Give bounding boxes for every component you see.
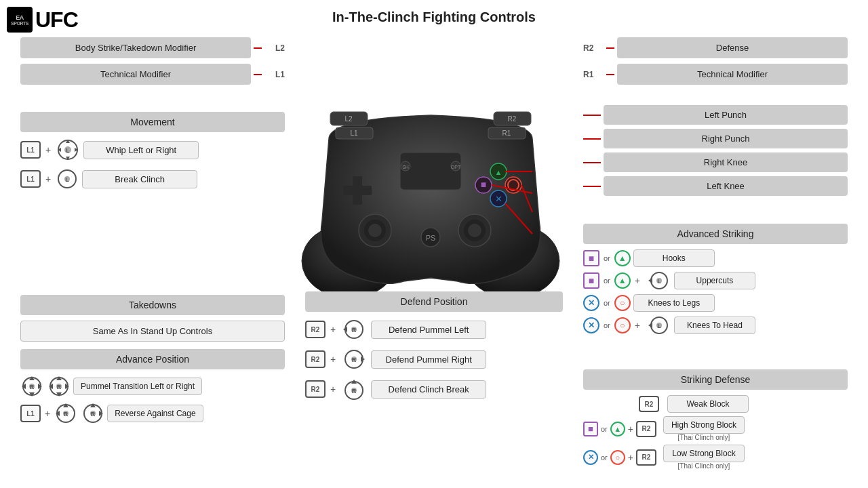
svg-text:R: R (57, 384, 62, 390)
striking-defense-section: Striking Defense R2 Weak Block ■ or ▲ + … (583, 369, 848, 473)
knees-head-action: Knees To Head (674, 317, 755, 334)
or-sd2: or (601, 425, 608, 433)
svg-point-28 (468, 224, 481, 237)
knees-legs-action: Knees to Legs (633, 294, 715, 312)
svg-text:L1: L1 (350, 129, 358, 137)
svg-text:L: L (65, 176, 69, 183)
r1-row: R1 Technical Modifier (583, 64, 848, 85)
l-stick-left-adv: L (644, 270, 671, 291)
plus-adv2: + (635, 275, 640, 286)
right-shoulder-section: R2 Defense R1 Technical Modifier (583, 37, 848, 90)
r-stick-right-defend: R (340, 347, 368, 371)
left-knee-row: Left Knee (583, 176, 848, 196)
r-stick-rotate-right: R (81, 402, 104, 425)
r2-icon-d2: R2 (305, 350, 326, 368)
page-title: In-The-Clinch Fighting Controls (0, 9, 868, 25)
sd-icons-2: ■ or ▲ + R2 (583, 421, 656, 437)
adv-row-3: ✕ or ○ Knees to Legs (583, 294, 848, 312)
plus-1: + (45, 144, 51, 155)
advanced-striking-header: Advanced Striking (583, 224, 848, 244)
r2-label: Defense (617, 37, 848, 58)
defend-position-header: Defend Position (305, 291, 563, 312)
r1-btn: R1 (583, 70, 604, 79)
sd-row-3: ✕ or ○ + R2 Low Strong Block [Thai Clinc… (583, 445, 848, 470)
high-strong-block-action: High Strong Block (663, 416, 745, 434)
svg-text:▲: ▲ (495, 168, 502, 176)
sd-action-col-3: Low Strong Block [Thai Clinch only] (663, 445, 745, 470)
svg-text:R2: R2 (508, 115, 517, 123)
cross-icon-2: ✕ (583, 317, 599, 333)
svg-marker-90 (648, 323, 652, 328)
defend-pummel-left-action: Defend Pummel Left (371, 321, 486, 339)
svg-text:L: L (657, 323, 661, 329)
r2-connector (606, 47, 614, 49)
plus-sd2: + (628, 424, 633, 434)
plus-d1: + (330, 324, 336, 335)
right-punch-row: Right Punch (583, 129, 848, 148)
defend-row-2: R2 + R Defend Pummel Right (305, 347, 563, 371)
l2-btn: L2 (264, 43, 285, 53)
r-stick-left-icon: R (20, 375, 43, 398)
movement-section: Movement L1 + L Whip Left or Right L1 + (20, 112, 285, 196)
or-2: or (604, 277, 610, 285)
takedowns-description: Same As In Stand Up Controls (20, 321, 285, 342)
l-stick-click-icon: L (56, 167, 79, 190)
right-knee-label: Right Knee (604, 152, 848, 172)
hooks-action: Hooks (633, 249, 715, 267)
l2-row: Body Strike/Takedown Modifier L2 (20, 37, 285, 58)
movement-row-2: L1 + L Break Clinch (20, 167, 285, 190)
or-3: or (604, 299, 610, 307)
plus-2: + (45, 174, 51, 184)
whip-action: Whip Left or Right (83, 141, 199, 159)
break-clinch-action: Break Clinch (82, 170, 197, 188)
svg-text:OPT: OPT (451, 165, 461, 169)
face-buttons-section: Left Punch Right Punch Right Knee Left K… (583, 105, 848, 200)
svg-text:R: R (352, 327, 357, 333)
takedowns-header: Takedowns (20, 295, 285, 315)
l1-row: Technical Modifier L1 (20, 64, 285, 85)
takedowns-section: Takedowns Same As In Stand Up Controls (20, 295, 285, 342)
l1-btn: L1 (264, 70, 285, 79)
circle-icon-2: ○ (614, 317, 631, 333)
high-block-note: [Thai Clinch only] (663, 434, 745, 441)
r2-row: R2 Defense (583, 37, 848, 58)
svg-text:R: R (30, 384, 35, 390)
svg-text:R: R (352, 388, 357, 394)
left-knee-label: Left Knee (604, 176, 848, 196)
controller-image: L2 R2 L1 R1 ▲ ■ ✕ (264, 88, 597, 312)
square-icon-2: ■ (583, 272, 599, 289)
defend-clinch-break-action: Defend Clinch Break (371, 380, 486, 399)
uppercuts-action: Uppercuts (674, 272, 755, 289)
l1-icon-move2: L1 (20, 170, 41, 188)
plus-d3: + (330, 384, 336, 394)
movement-header: Movement (20, 112, 285, 132)
or-sd3: or (601, 453, 608, 462)
svg-rect-20 (400, 152, 461, 190)
right-knee-row: Right Knee (583, 152, 848, 172)
svg-text:R1: R1 (502, 129, 511, 137)
svg-text:■: ■ (481, 179, 486, 190)
l2-label: Body Strike/Takedown Modifier (20, 37, 251, 58)
sd-row-1: R2 Weak Block (583, 395, 848, 413)
low-block-note: [Thai Clinch only] (663, 462, 745, 470)
defend-row-3: R2 + R Defend Clinch Break (305, 377, 563, 401)
left-shoulder-section: Body Strike/Takedown Modifier L2 Technic… (20, 37, 285, 90)
svg-text:SH: SH (402, 165, 409, 169)
r2-icon-d1: R2 (305, 321, 326, 338)
defend-row-1: R2 + R Defend Pummel Left (305, 317, 563, 342)
triangle-icon-1: ▲ (614, 250, 631, 266)
adv-row-1: ■ or ▲ Hooks (583, 249, 848, 267)
svg-text:L: L (657, 278, 661, 285)
advance-row-2: L1 + R R Reverse Against Cage (20, 402, 285, 425)
r-stick-up-defend: R (340, 377, 368, 401)
r-stick-right-icon: R (47, 375, 71, 398)
svg-marker-86 (648, 278, 652, 283)
plus-d2: + (330, 354, 336, 365)
svg-text:PS: PS (426, 234, 436, 242)
square-sd2: ■ (583, 422, 598, 436)
r2-sd1: R2 (639, 396, 659, 412)
svg-text:L2: L2 (344, 115, 353, 123)
defend-pummel-right-action: Defend Pummel Right (371, 350, 486, 369)
reverse-cage-action: Reverse Against Cage (107, 405, 203, 422)
adv-row-2: ■ or ▲ + L Uppercuts (583, 270, 848, 291)
